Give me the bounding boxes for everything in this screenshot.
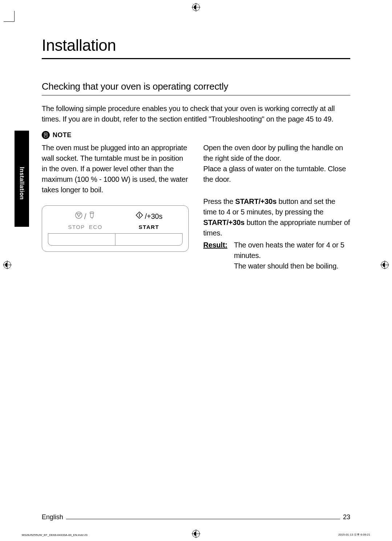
- column-right: Open the oven door by pulling the handle…: [203, 143, 350, 271]
- footer-rule: [66, 516, 340, 519]
- registration-mark-icon: [192, 529, 200, 538]
- section-subtitle: Checking that your oven is operating cor…: [42, 81, 350, 95]
- footer-page-number: 23: [343, 513, 350, 521]
- start-group: /+30s START: [135, 211, 162, 231]
- start-label: START: [135, 223, 162, 231]
- registration-mark-icon: [380, 261, 389, 269]
- stop-label: STOP: [68, 224, 85, 230]
- page-content: Installation Checking that your oven is …: [42, 36, 350, 271]
- registration-mark-icon: [192, 3, 200, 12]
- note-icon: [42, 131, 50, 139]
- eco-label: ECO: [89, 224, 102, 230]
- step-1: Open the oven door by pulling the handle…: [203, 143, 350, 185]
- page-title: Installation: [42, 36, 350, 59]
- note-text: The oven must be plugged into an appropr…: [42, 143, 189, 195]
- start-suffix: /+30s: [145, 211, 162, 222]
- note-header: NOTE: [42, 131, 350, 139]
- eco-icon: [88, 211, 96, 222]
- page-footer: English 23: [42, 513, 350, 521]
- result-row: Result: The oven heats the water for 4 o…: [203, 240, 350, 271]
- intro-paragraph: The following simple procedure enables y…: [42, 103, 350, 124]
- side-tab-label: Installation: [19, 167, 25, 200]
- crop-mark: [4, 11, 15, 22]
- column-left: The oven must be plugged into an appropr…: [42, 143, 189, 271]
- note-label: NOTE: [53, 131, 72, 139]
- panel-buttons-outline: [48, 233, 183, 246]
- svg-point-20: [75, 212, 82, 218]
- imprint-right: 2015-01-13 오후 6:09:21: [338, 533, 370, 537]
- registration-mark-icon: [3, 261, 12, 269]
- stop-eco-group: / STOP ECO: [68, 211, 102, 231]
- start-icon: [135, 211, 143, 222]
- svg-rect-16: [44, 133, 47, 137]
- imprint-left: MS28J5255UW_EF_DE68-04333A-00_EN.indd 23: [22, 533, 87, 537]
- result-text: The oven heats the water for 4 or 5 minu…: [234, 240, 350, 271]
- result-label: Result:: [203, 240, 227, 271]
- stop-icon: [75, 211, 83, 222]
- svg-marker-21: [77, 214, 81, 217]
- footer-language: English: [42, 513, 63, 521]
- content-columns: The oven must be plugged into an appropr…: [42, 143, 350, 271]
- step-2: Press the START/+30s button and set the …: [203, 196, 350, 271]
- side-tab: Installation: [15, 131, 29, 227]
- control-panel-illustration: / STOP ECO /+30s: [42, 205, 189, 252]
